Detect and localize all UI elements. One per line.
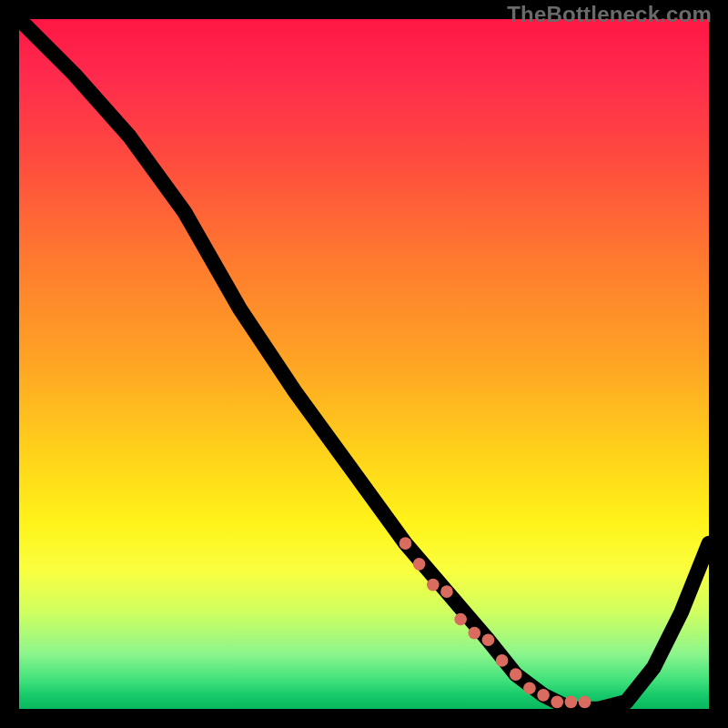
highlight-dot	[510, 668, 522, 681]
watermark-text: TheBottleneck.com	[507, 2, 712, 27]
highlight-dot	[579, 696, 592, 709]
highlight-dot	[468, 627, 480, 640]
bottleneck-curve	[19, 19, 709, 709]
chart-container: TheBottleneck.com	[0, 0, 728, 728]
highlight-dot	[551, 696, 563, 709]
highlight-dot	[399, 537, 412, 550]
highlight-dot	[537, 689, 550, 702]
highlight-dot	[523, 682, 536, 694]
highlight-dot	[565, 696, 578, 709]
highlight-dot	[482, 633, 495, 646]
highlight-dot	[413, 558, 426, 571]
highlight-dot	[440, 585, 453, 598]
highlight-dot	[427, 579, 440, 592]
highlight-dot	[496, 654, 509, 667]
highlight-dot	[454, 613, 467, 626]
chart-overlay	[19, 19, 709, 709]
